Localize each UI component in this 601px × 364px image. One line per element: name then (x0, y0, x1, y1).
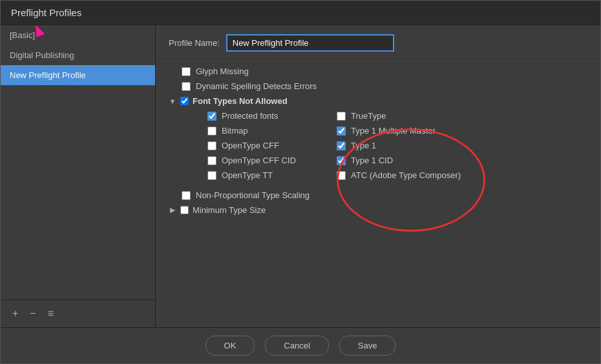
type1-row: Type 1 (337, 138, 587, 153)
dynamic-spelling-row: Dynamic Spelling Detects Errors (169, 79, 587, 94)
truetype-row: TrueType (337, 108, 587, 123)
truetype-checkbox[interactable] (337, 112, 346, 121)
profile-name-row: Profile Name: (156, 25, 600, 59)
minimum-type-size-row: ▶ Minimum Type Size (169, 203, 587, 217)
opentype-cff-checkbox[interactable] (207, 141, 216, 150)
dynamic-spelling-label: Dynamic Spelling Detects Errors (196, 81, 317, 91)
ok-button[interactable]: OK (206, 336, 255, 356)
font-types-left-col: Protected fonts Bitmap OpenType CFF (169, 108, 337, 183)
minimum-type-size-checkbox[interactable] (180, 206, 189, 214)
opentype-cff-cid-row: OpenType CFF CID (169, 153, 337, 168)
dialog-footer: OK Cancel Save (1, 327, 600, 363)
dialog-title: Preflight Profiles (11, 7, 81, 18)
preflight-profiles-dialog: Preflight Profiles [Basic] Digital Publi… (0, 0, 601, 364)
type1-multiple-master-label: Type 1 Multiple Master (351, 126, 436, 136)
font-types-section-header: ▼ Font Types Not Allowed (169, 94, 587, 108)
minimum-type-size-arrow[interactable]: ▶ (169, 206, 176, 214)
truetype-label: TrueType (351, 111, 386, 121)
sidebar-footer: + − ≡ (1, 299, 155, 327)
glyph-missing-row: Glyph Missing (169, 64, 587, 79)
font-types-right-col: TrueType Type 1 Multiple Master Type 1 (337, 108, 587, 183)
glyph-missing-label: Glyph Missing (196, 66, 249, 76)
remove-profile-button[interactable]: − (27, 307, 38, 321)
type1-cid-checkbox[interactable] (337, 156, 346, 165)
opentype-cff-label: OpenType CFF (222, 141, 279, 150)
cancel-button[interactable]: Cancel (265, 336, 328, 356)
sidebar-items-list: [Basic] Digital Publishing New Preflight… (1, 25, 155, 299)
atc-label: ATC (Adobe Type Composer) (351, 170, 461, 180)
opentype-cff-cid-checkbox[interactable] (207, 156, 216, 165)
sidebar: [Basic] Digital Publishing New Preflight… (1, 25, 156, 327)
non-proportional-checkbox[interactable] (182, 191, 191, 200)
main-content: Profile Name: Glyph Missing Dynamic Spel… (156, 25, 600, 327)
dynamic-spelling-checkbox[interactable] (182, 82, 191, 91)
glyph-missing-checkbox[interactable] (182, 67, 191, 76)
opentype-tt-checkbox[interactable] (207, 171, 216, 180)
bitmap-label: Bitmap (222, 126, 248, 136)
profile-name-label: Profile Name: (169, 38, 220, 48)
content-area: Glyph Missing Dynamic Spelling Detects E… (156, 59, 600, 327)
protected-fonts-row: Protected fonts (169, 108, 337, 123)
sidebar-item-new-preflight-profile[interactable]: New Preflight Profile (1, 65, 155, 85)
protected-fonts-checkbox[interactable] (207, 112, 216, 121)
opentype-tt-row: OpenType TT (169, 168, 337, 183)
font-types-collapse-arrow[interactable]: ▼ (169, 97, 176, 105)
font-types-label: Font Types Not Allowed (193, 96, 288, 106)
bitmap-row: Bitmap (169, 123, 337, 138)
type1-cid-row: Type 1 CID (337, 153, 587, 168)
title-bar: Preflight Profiles (1, 1, 600, 25)
profile-name-input[interactable] (226, 34, 394, 52)
sidebar-item-basic[interactable]: [Basic] (1, 25, 155, 45)
type1-checkbox[interactable] (337, 141, 346, 150)
non-proportional-label: Non-Proportional Type Scaling (196, 190, 310, 200)
add-profile-button[interactable]: + (10, 307, 21, 321)
type1-cid-label: Type 1 CID (351, 156, 393, 165)
minimum-type-size-label: Minimum Type Size (193, 205, 266, 215)
font-types-columns: Protected fonts Bitmap OpenType CFF (169, 108, 587, 183)
menu-button[interactable]: ≡ (45, 307, 56, 321)
opentype-tt-label: OpenType TT (222, 170, 273, 180)
font-types-checkbox[interactable] (180, 97, 189, 105)
type1-label: Type 1 (351, 141, 376, 150)
atc-row: ATC (Adobe Type Composer) (337, 168, 587, 183)
save-button[interactable]: Save (339, 336, 396, 356)
dialog-body: [Basic] Digital Publishing New Preflight… (1, 25, 600, 327)
protected-fonts-label: Protected fonts (222, 111, 278, 121)
type1-multiple-master-checkbox[interactable] (337, 126, 346, 136)
sidebar-item-digital-publishing[interactable]: Digital Publishing (1, 45, 155, 65)
opentype-cff-cid-label: OpenType CFF CID (222, 156, 296, 165)
non-proportional-row: Non-Proportional Type Scaling (169, 188, 587, 203)
opentype-cff-row: OpenType CFF (169, 138, 337, 153)
type1-multiple-master-row: Type 1 Multiple Master (337, 123, 587, 138)
bitmap-checkbox[interactable] (207, 126, 216, 136)
atc-checkbox[interactable] (337, 171, 346, 180)
